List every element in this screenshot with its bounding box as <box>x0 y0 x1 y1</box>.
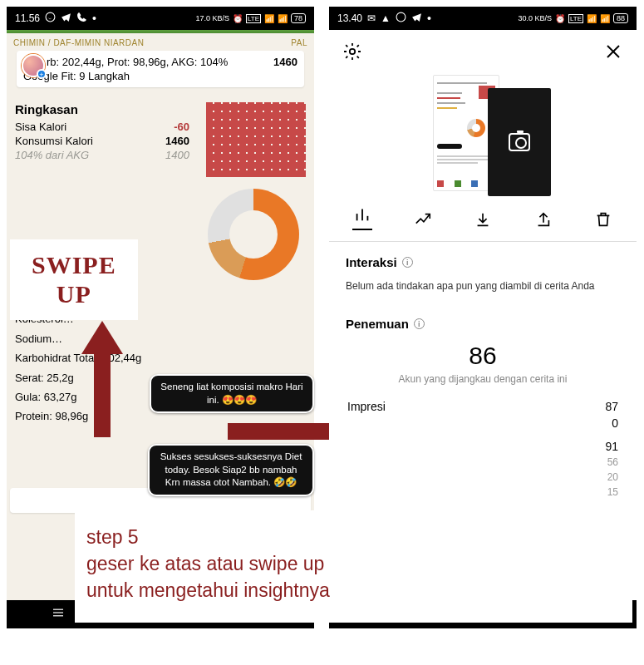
signal-icon: 📶 <box>587 14 597 23</box>
obscured-header-text: CHIMIN / DAF-MIMIN NIARDAN <box>13 38 144 47</box>
svg-point-5 <box>396 12 406 22</box>
alarm-icon: ⏰ <box>555 14 565 23</box>
mail-icon: ✉ <box>367 12 376 24</box>
nav-menu-icon[interactable] <box>51 605 66 623</box>
signal-icon: 📶 <box>264 14 274 23</box>
impresi-sub-value: 0 <box>612 416 618 430</box>
volte-icon: LTE <box>246 14 261 23</box>
reach-subtitle: Akun yang dijangkau dengan cerita ini <box>329 370 637 398</box>
penemuan-heading: Penemuan <box>346 317 409 331</box>
upload-icon: ▲ <box>381 12 391 24</box>
battery-icon: 88 <box>613 13 628 23</box>
calorie-waffle-chart <box>206 102 306 177</box>
camera-icon <box>509 133 530 151</box>
metric-sub-value: 20 <box>607 471 618 483</box>
download-icon[interactable] <box>473 209 493 229</box>
ringkasan-title: Ringkasan <box>15 102 189 116</box>
instruction-body: geser ke atas atau swipe up untuk menget… <box>86 550 621 603</box>
konsumsi-kalori-value: 1460 <box>165 135 189 147</box>
signal-icon-2: 📶 <box>278 14 288 23</box>
nutrient-karbo: Karbohidrat Total: 202,44g <box>15 348 306 367</box>
macro-donut-chart <box>208 189 299 280</box>
volte-icon: LTE <box>568 14 583 23</box>
nutrient-sodium: Sodium… <box>15 329 306 348</box>
impresi-label: Impresi <box>347 400 386 413</box>
more-dot-icon: • <box>92 12 96 25</box>
whatsapp-icon <box>396 12 406 25</box>
interaksi-heading: Interaksi <box>346 255 397 269</box>
akg-target-value: 1400 <box>165 149 189 161</box>
phone-icon <box>76 12 87 25</box>
reach-count: 86 <box>329 337 637 370</box>
metric-value: 91 <box>605 440 618 453</box>
status-bar-left: 11.56 • 17.0 KB/S ⏰ LTE 📶 📶 78 <box>7 7 314 30</box>
svg-point-6 <box>350 49 355 54</box>
metric-sub-value: 15 <box>607 486 618 498</box>
metric-sub-value: 56 <box>607 456 618 468</box>
status-time: 11.56 <box>15 12 40 24</box>
google-fit-line: Google Fit: 9 Langkah <box>23 68 297 82</box>
alarm-icon: ⏰ <box>233 14 243 23</box>
status-time: 13.40 <box>337 12 362 24</box>
delete-trash-icon[interactable] <box>593 209 613 229</box>
share-icon[interactable] <box>533 209 553 229</box>
macro-summary-card: + rb: 202,44g, Prot: 98,96g, AKG: 104% 1… <box>17 51 304 87</box>
more-dot-icon: • <box>427 12 431 25</box>
macro-line-text: rb: 202,44g, Prot: 98,96g, AKG: 104% <box>47 56 228 68</box>
telegram-icon <box>411 12 422 25</box>
macro-total-cal: 1460 <box>273 56 297 68</box>
konsumsi-kalori-label: Konsumsi Kalori <box>15 135 93 147</box>
settings-gear-icon[interactable] <box>342 42 362 65</box>
add-story-icon[interactable]: + <box>37 69 47 79</box>
info-icon[interactable]: i <box>402 257 413 268</box>
obscured-header-val: PAL <box>291 38 307 47</box>
status-bar-right: 13.40 ✉ ▲ • 30.0 KB/S ⏰ LTE 📶 📶 88 <box>329 7 637 30</box>
instruction-step-box: step 5 geser ke atas atau swipe up untuk… <box>75 510 632 623</box>
whatsapp-icon <box>45 12 56 25</box>
telegram-icon <box>61 12 71 25</box>
net-speed: 30.0 KB/S <box>518 15 552 22</box>
insights-toolbar <box>329 203 637 242</box>
instruction-title: step 5 <box>86 524 621 550</box>
promote-icon[interactable] <box>413 209 433 229</box>
sisa-kalori-label: Sisa Kalori <box>15 121 66 133</box>
signal-icon-2: 📶 <box>600 14 610 23</box>
interaksi-empty-text: Belum ada tindakan apa pun yang diambil … <box>329 275 637 303</box>
sisa-kalori-value: -60 <box>174 121 189 133</box>
svg-point-0 <box>46 12 55 22</box>
impresi-value: 87 <box>605 400 618 413</box>
battery-icon: 78 <box>291 13 306 23</box>
close-icon[interactable] <box>603 42 623 65</box>
story-preview-next[interactable] <box>488 88 551 196</box>
insights-tab[interactable] <box>352 210 372 230</box>
swipe-up-label: SWIPE UP <box>10 239 138 320</box>
akg-pct-label: 104% dari AKG <box>15 149 89 161</box>
info-icon[interactable]: i <box>414 318 425 329</box>
story-preview-thumbnail[interactable] <box>433 75 533 191</box>
net-speed: 17.0 KB/S <box>195 15 229 22</box>
arrow-up-icon <box>73 313 131 446</box>
